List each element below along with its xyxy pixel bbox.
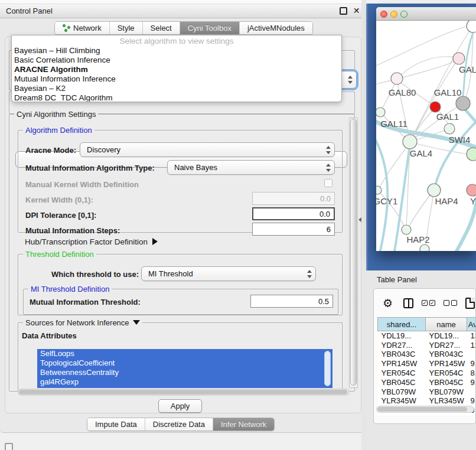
hub-section-toggle[interactable]: Hub/Transcription Factor Definition — [25, 237, 158, 246]
tab-cyni-toolbox[interactable]: Cyni Toolbox — [180, 22, 240, 34]
table-row[interactable]: YBR045CYBR045C9. — [378, 377, 476, 387]
table-cell[interactable]: 9. — [467, 377, 476, 387]
table-body[interactable]: YDL19...YDL19...13YDR27...YDR27...12YBR0… — [378, 331, 476, 415]
which-threshold-combo[interactable]: MI Threshold — [141, 266, 316, 281]
table-cell[interactable]: YDL19... — [378, 331, 426, 341]
float-window-icon[interactable] — [340, 7, 347, 15]
sources-group-title[interactable]: Sources for Network Inference — [23, 318, 142, 327]
network-window-titlebar[interactable] — [376, 7, 476, 21]
tab-discretize-data[interactable]: Discretize Data — [145, 418, 213, 431]
network-canvas[interactable]: GALGAL80GAL10GAL11GAL1SWI4GAL4GCY1HAP4YH… — [376, 21, 476, 251]
table-cell[interactable]: YLR345W — [378, 396, 426, 406]
tab-select[interactable]: Select — [143, 22, 180, 34]
table-cell[interactable]: YBR045C — [426, 377, 467, 387]
table-cell[interactable]: YLR345W — [426, 396, 467, 406]
restore-panel-icon[interactable] — [5, 443, 13, 450]
data-attributes-list[interactable]: SelfLoopsTopologicalCoefficientBetweenne… — [37, 349, 332, 388]
tab-network[interactable]: Network — [55, 22, 110, 34]
mi-threshold-field[interactable] — [250, 295, 333, 308]
checked-boxes-icon[interactable]: ✓✓ — [422, 300, 435, 306]
algorithm-option[interactable]: Bayesian – Hill Climbing — [12, 46, 341, 56]
table-cell[interactable]: YDR27... — [426, 340, 467, 350]
column-header[interactable]: name — [426, 318, 467, 331]
algorithm-option[interactable]: Bayesian – K2 — [12, 84, 341, 93]
algorithm-option[interactable]: ARACNE Algorithm — [12, 65, 341, 74]
network-node[interactable] — [430, 102, 441, 112]
table-row[interactable]: YBL079WYBL079W — [378, 387, 476, 396]
network-node[interactable] — [391, 73, 403, 84]
table-cell[interactable]: YPR145W — [378, 359, 426, 369]
attribute-item[interactable]: TopologicalCoefficient — [37, 358, 332, 368]
panel-splitter[interactable] — [361, 0, 366, 450]
tab-impute-data[interactable]: Impute Data — [87, 418, 145, 431]
tab-jactivemnodules[interactable]: jActiveMNodules — [240, 22, 312, 34]
table-row[interactable]: YBR043CYBR043C — [378, 350, 476, 359]
close-icon[interactable]: ✕ — [353, 7, 360, 15]
tab-infer-network[interactable]: Infer Network — [213, 418, 274, 431]
minimize-traffic-light-icon[interactable] — [390, 11, 397, 18]
network-window[interactable]: GALGAL80GAL10GAL11GAL1SWI4GAL4GCY1HAP4YH… — [376, 7, 476, 251]
attributes-scrollbar[interactable] — [324, 351, 331, 386]
unchecked-boxes-icon[interactable] — [444, 300, 457, 306]
table-header-row[interactable]: shared...nameAvera... — [378, 318, 476, 331]
table-cell[interactable]: 12 — [467, 340, 476, 350]
aracne-mode-combo[interactable]: Discovery — [80, 142, 335, 157]
zoom-traffic-light-icon[interactable] — [400, 11, 407, 18]
table-row[interactable]: YLR345WYLR345W9. — [378, 396, 476, 406]
table-row[interactable]: YER054CYER054C8. — [378, 369, 476, 378]
table-cell[interactable]: 8. — [467, 369, 476, 378]
table-cell[interactable]: YPR145W — [426, 359, 467, 369]
node-table[interactable]: shared...nameAvera... YDL19...YDL19...13… — [377, 317, 476, 415]
network-node[interactable] — [376, 107, 385, 117]
attribute-item[interactable]: gal4RGexp — [37, 377, 332, 387]
dpi-tolerance-field[interactable] — [252, 207, 335, 220]
network-node[interactable] — [456, 96, 470, 110]
table-row[interactable]: YPR145WYPR145W9. — [378, 359, 476, 369]
algorithm-option[interactable]: Dream8 DC_TDC Algorithm — [12, 93, 341, 102]
table-cell[interactable]: 9. — [467, 359, 476, 369]
network-node[interactable] — [444, 123, 455, 134]
table-cell[interactable]: YER054C — [378, 369, 426, 378]
table-hscrollbar[interactable] — [376, 406, 474, 413]
network-node[interactable] — [376, 186, 382, 194]
mi-type-combo[interactable]: Naive Bayes — [167, 160, 335, 175]
gear-icon[interactable]: ⚙ — [383, 296, 393, 310]
close-traffic-light-icon[interactable] — [380, 11, 387, 18]
table-cell[interactable]: YBL079W — [426, 387, 467, 396]
table-cell[interactable]: YER054C — [426, 369, 467, 378]
apply-button[interactable]: Apply — [158, 399, 202, 413]
table-cell[interactable]: 9. — [467, 396, 476, 406]
table-cell[interactable]: YDR27... — [378, 340, 426, 350]
table-cell[interactable]: YDL19... — [426, 331, 467, 341]
table-cell[interactable] — [467, 350, 476, 359]
attribute-item[interactable]: BetweennessCentrality — [37, 368, 332, 377]
network-node[interactable] — [467, 21, 476, 32]
network-node[interactable] — [420, 244, 429, 251]
table-cell[interactable]: YBR043C — [426, 350, 467, 359]
table-cell[interactable]: YBR045C — [378, 377, 426, 387]
columns-icon[interactable] — [403, 298, 413, 308]
algorithm-option[interactable]: Mutual Information Inference — [12, 74, 341, 84]
settings-vscrollbar[interactable] — [349, 118, 358, 388]
table-row[interactable]: YDR27...YDR27...12 — [378, 340, 476, 350]
table-cell[interactable]: YBL079W — [378, 387, 426, 396]
network-node[interactable] — [467, 148, 476, 161]
table-cell[interactable]: 13 — [467, 331, 476, 341]
algorithm-option[interactable]: Basic Correlation Inference — [12, 56, 341, 65]
manual-kernel-checkbox[interactable] — [324, 179, 332, 187]
table-cell[interactable] — [467, 387, 476, 396]
splitter-collapse-icon[interactable] — [358, 217, 361, 222]
network-node[interactable] — [402, 225, 411, 234]
column-header[interactable]: Avera... — [467, 318, 476, 331]
table-row[interactable]: YDL19...YDL19...13 — [378, 331, 476, 341]
mi-steps-field[interactable] — [252, 223, 335, 236]
network-node[interactable] — [428, 184, 441, 197]
settings-hscrollbar[interactable] — [18, 389, 350, 396]
network-node[interactable] — [403, 135, 417, 149]
network-node[interactable] — [467, 184, 476, 196]
network-node[interactable] — [453, 53, 465, 64]
import-file-icon[interactable] — [465, 298, 475, 309]
attribute-item[interactable]: SelfLoops — [37, 349, 332, 358]
column-header[interactable]: shared... — [378, 318, 426, 331]
tab-style[interactable]: Style — [110, 22, 143, 34]
